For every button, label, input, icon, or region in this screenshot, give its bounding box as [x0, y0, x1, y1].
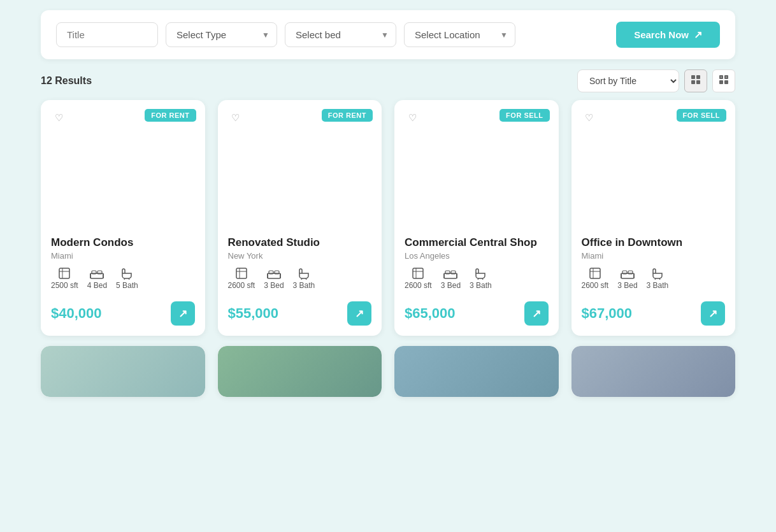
- card-footer: $67,000 ↗: [582, 301, 726, 326]
- grid-view-button[interactable]: [684, 69, 707, 92]
- bed-label: 4 Bed: [87, 281, 107, 290]
- bed-icon: [267, 268, 281, 280]
- property-card: FOR SELL ♡ Office in Downtown Miami 2600…: [571, 100, 736, 336]
- spec-bath: 3 Bath: [293, 267, 315, 290]
- cards-grid: FOR RENT ♡ Modern Condos Miami 2500 sft: [41, 100, 735, 336]
- sqft-icon: [58, 267, 71, 280]
- card-location: Miami: [582, 251, 726, 261]
- bed-select[interactable]: Select bed 1 Bed 2 Bed 3 Bed 4 Bed: [285, 22, 396, 47]
- svg-rect-7: [724, 80, 728, 84]
- view-detail-button[interactable]: ↗: [347, 301, 371, 326]
- card-body: Office in Downtown Miami 2600 sft: [571, 227, 736, 336]
- card-price: $55,000: [228, 305, 279, 322]
- card-price: $67,000: [582, 305, 633, 322]
- card-location: Los Angeles: [405, 251, 549, 261]
- location-select[interactable]: Select Location Miami New York Los Angel…: [404, 22, 515, 47]
- results-controls: Sort by Title Sort by Price Sort by Date: [577, 69, 735, 92]
- view-detail-button[interactable]: ↗: [524, 301, 549, 326]
- bath-label: 3 Bath: [470, 281, 492, 290]
- favorite-button[interactable]: ♡: [579, 108, 600, 128]
- list-view-icon: [719, 75, 729, 87]
- svg-rect-8: [721, 76, 722, 78]
- spec-bath: 3 Bath: [647, 267, 669, 290]
- search-now-button[interactable]: Search Now ↗: [616, 22, 720, 48]
- spec-bath: 5 Bath: [116, 267, 138, 290]
- card-badge: FOR SELL: [499, 109, 549, 122]
- bed-label: 3 Bed: [264, 281, 284, 290]
- view-detail-button[interactable]: ↗: [701, 301, 725, 326]
- search-arrow-icon: ↗: [694, 29, 702, 41]
- spec-sqft: 2600 sft: [228, 267, 255, 290]
- card-image-wrap: FOR RENT ♡: [218, 100, 382, 227]
- card-title: Modern Condos: [51, 236, 195, 249]
- bath-icon: [298, 267, 310, 280]
- bed-icon: [443, 268, 457, 280]
- bath-label: 3 Bath: [647, 281, 669, 290]
- card-location: New York: [228, 251, 372, 261]
- card-title: Office in Downtown: [582, 236, 726, 249]
- sqft-label: 2600 sft: [405, 281, 432, 290]
- search-bar: Select Type House Apartment Commercial S…: [41, 10, 735, 59]
- card-badge: FOR RENT: [145, 109, 196, 122]
- bed-label: 3 Bed: [441, 281, 461, 290]
- card-image-wrap: FOR SELL ♡: [571, 100, 736, 227]
- svg-rect-10: [59, 268, 69, 278]
- svg-rect-40: [590, 268, 600, 278]
- svg-rect-0: [691, 75, 695, 79]
- bath-icon: [120, 267, 133, 280]
- card-location: Miami: [51, 251, 195, 261]
- spec-bath: 3 Bath: [470, 267, 492, 290]
- stub-card-4: [571, 346, 736, 397]
- bed-icon: [90, 268, 104, 280]
- card-footer: $65,000 ↗: [405, 301, 549, 326]
- bottom-cards-row: [41, 346, 735, 397]
- property-card: FOR RENT ♡ Renovated Studio New York 260…: [218, 100, 382, 336]
- bath-icon: [651, 267, 664, 280]
- svg-rect-1: [696, 75, 700, 79]
- property-card: FOR RENT ♡ Modern Condos Miami 2500 sft: [41, 100, 205, 336]
- card-title: Renovated Studio: [228, 236, 372, 249]
- card-price: $65,000: [405, 305, 456, 322]
- type-select[interactable]: Select Type House Apartment Commercial S…: [166, 22, 277, 47]
- title-input[interactable]: [56, 22, 158, 47]
- card-body: Renovated Studio New York 2600 sft: [218, 227, 382, 336]
- bed-icon: [621, 268, 635, 280]
- card-price: $40,000: [51, 305, 102, 322]
- svg-rect-6: [719, 80, 723, 84]
- spec-bed: 4 Bed: [87, 268, 107, 290]
- view-detail-button[interactable]: ↗: [171, 301, 195, 326]
- spec-sqft: 2600 sft: [582, 267, 609, 290]
- card-title: Commercial Central Shop: [405, 236, 549, 249]
- results-count: 12 Results: [41, 75, 92, 87]
- card-badge: FOR RENT: [322, 109, 373, 122]
- card-specs: 2500 sft 4 Bed: [51, 267, 195, 290]
- card-body: Commercial Central Shop Los Angeles 2600…: [394, 227, 559, 336]
- svg-rect-30: [413, 268, 423, 278]
- spec-sqft: 2500 sft: [51, 267, 78, 290]
- list-view-button[interactable]: [712, 69, 735, 92]
- sqft-icon: [235, 267, 248, 280]
- bath-label: 3 Bath: [293, 281, 315, 290]
- card-image-wrap: FOR RENT ♡: [41, 100, 205, 227]
- bed-label: 3 Bed: [617, 281, 637, 290]
- svg-rect-9: [726, 76, 727, 78]
- svg-rect-3: [696, 80, 700, 84]
- bath-icon: [474, 267, 487, 280]
- card-badge: FOR SELL: [677, 109, 726, 122]
- sqft-label: 2600 sft: [582, 281, 609, 290]
- card-footer: $55,000 ↗: [228, 301, 372, 326]
- sqft-label: 2600 sft: [228, 281, 255, 290]
- stub-card-1: [41, 346, 205, 397]
- card-body: Modern Condos Miami 2500 sft: [41, 227, 205, 336]
- sort-select[interactable]: Sort by Title Sort by Price Sort by Date: [577, 69, 679, 92]
- favorite-button[interactable]: ♡: [402, 108, 422, 128]
- card-specs: 2600 sft 3 Bed: [405, 267, 549, 290]
- card-image-wrap: FOR SELL ♡: [394, 100, 559, 227]
- card-footer: $40,000 ↗: [51, 301, 195, 326]
- spec-bed: 3 Bed: [264, 268, 284, 290]
- sqft-label: 2500 sft: [51, 281, 78, 290]
- sqft-icon: [589, 267, 601, 280]
- favorite-button[interactable]: ♡: [226, 108, 246, 128]
- results-bar: 12 Results Sort by Title Sort by Price S…: [41, 69, 735, 92]
- favorite-button[interactable]: ♡: [48, 108, 69, 128]
